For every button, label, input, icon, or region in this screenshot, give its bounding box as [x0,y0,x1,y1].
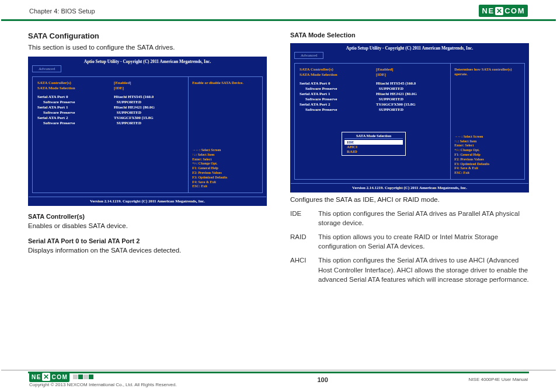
sata-config-title: SATA Configuration [28,32,267,40]
bios2-p2-label: Serial ATA Port 2 [300,102,376,107]
bios-tab-advanced-2: Advanced [294,52,323,59]
bios-port2-sw-label: Software Preserve [43,121,117,125]
bios-sata-controller-label: SATA Controller(s) [37,80,114,85]
bios2-mode-label: SATA Mode Selection [300,72,376,77]
bios-sata-controller-value: [Enabled] [114,80,183,85]
bios-port0-sw-value: SUPPORTED [117,100,183,104]
mode-ide-label: IDE [290,209,318,228]
bios-nav-hints-2: →←: Select Screen ↑↓: Select Item Enter:… [454,135,521,176]
bios-help-area-2: Determines how SATA controller(s) operat… [450,64,524,179]
bios-port0-sw-label: Software Preserve [43,100,117,104]
page-number: 100 [317,376,328,383]
sata-config-intro: This section is used to configure the SA… [28,43,267,52]
bios2-p2sw-label: Software Preserve [305,107,379,112]
bios-screenshot-mode-selection: Aptio Setup Utility - Copyright (C) 2011… [290,43,529,192]
footer-squares-icon [73,374,93,379]
bios-sata-mode-label: SATA Mode Selection [37,86,114,90]
bios-help-area: Enable or disable SATA Device. →←: Selec… [188,77,262,192]
page-content: SATA Configuration This section is used … [0,21,557,289]
bios2-p1-val: Hitachi HEJ421 (80.0G [376,92,445,96]
nexcom-footer-logo-icon: NE✕COM [29,372,69,382]
popup-option-raid: RAID [344,149,403,154]
popup-option-ahci: AHCI [344,145,403,149]
bios-port2-value: TS16GCFX500 (15.8G [114,116,183,120]
mode-ahci-label: AHCI [290,256,318,284]
mode-ide-row: IDE This option configures the Serial AT… [290,209,529,228]
nexcom-logo-icon: NE✕COM [479,5,528,17]
sata-controller-body: Enables or disables SATA device. [28,221,267,230]
manual-name: NISE 4000P4E User Manual [469,377,528,382]
bios-port0-label: Serial ATA Port 0 [37,94,114,99]
bios-settings-area: SATA Controller(s)[Enabled] SATA Mode Se… [33,77,188,192]
bios2-p1sw-val: SUPPORTED [379,97,445,102]
bios-port2-label: Serial ATA Port 2 [37,116,114,120]
bios-port2-sw-value: SUPPORTED [117,121,183,125]
bios-settings-area-2: SATA Controller(s)[Enabled] SATA Mode Se… [295,64,450,179]
bios-port1-value: Hitachi HEJ421 (80.0G [114,105,183,110]
popup-title: SATA Mode Selection [344,134,403,139]
left-column: SATA Configuration This section is used … [28,32,267,289]
bios-version: Version 2.14.1219. Copyright (C) 2011 Am… [29,197,266,205]
bios2-p2sw-val: SUPPORTED [379,107,445,112]
bios-help-text: Enable or disable SATA Device. [192,80,259,85]
mode-raid-row: RAID This option allows you to create RA… [290,232,529,251]
footer-logo: NE✕COM [29,372,177,382]
bios2-p0-label: Serial ATA Port 0 [300,81,376,86]
bios-nav-hints: →←: Select Screen ↑↓: Select Item Enter:… [192,148,259,189]
bios-sata-mode-value: [IDE] [114,86,183,90]
sata-controller-heading: SATA Controller(s) [28,213,267,220]
right-column: SATA Mode Selection Aptio Setup Utility … [290,32,529,289]
mode-selection-desc: Configures the SATA as IDE, AHCI or RAID… [290,195,529,204]
bios2-ctrl-val: [Enabled] [376,67,445,72]
popup-option-ide: IDE [344,140,403,145]
bios-title: Aptio Setup Utility - Copyright (C) 2011… [29,57,266,65]
brand-logo: NE✕COM [479,5,528,17]
bios-port1-label: Serial ATA Port 1 [37,105,114,110]
bios2-p0-val: Hitachi HTS545 (160.0 [376,81,445,86]
page-footer: NE✕COM Copyright © 2013 NEXCOM Internati… [1,370,556,387]
bios2-p2-val: TS16GCFX500 (15.8G [376,102,445,107]
bios-tabbar-2: Advanced [291,52,528,61]
bios2-p0sw-val: SUPPORTED [379,86,445,91]
bios2-p1-label: Serial ATA Port 1 [300,92,376,96]
bios-tab-advanced: Advanced [32,65,61,72]
bios-port1-sw-value: SUPPORTED [117,110,183,115]
sata-mode-selection-title: SATA Mode Selection [290,32,529,38]
mode-ide-text: This option configures the Serial ATA dr… [318,209,529,228]
mode-ahci-row: AHCI This option configures the Serial A… [290,256,529,284]
bios-screenshot-sata-config: Aptio Setup Utility - Copyright (C) 2011… [28,57,267,206]
bios-port1-sw-label: Software Preserve [43,110,117,115]
bios2-ctrl-label: SATA Controller(s) [300,67,376,72]
bios2-mode-val: [IDE] [376,72,445,77]
mode-ahci-text: This option configures the Serial ATA dr… [318,256,529,284]
bios2-p1sw-label: Software Preserve [305,97,379,102]
mode-raid-label: RAID [290,232,318,251]
copyright-text: Copyright © 2013 NEXCOM International Co… [29,382,177,387]
bios-port0-value: Hitachi HTS545 (160.0 [114,94,183,99]
serial-ata-ports-body: Displays information on the SATA devices… [28,246,267,255]
mode-raid-text: This option allows you to create RAID or… [318,232,529,251]
bios-help-text-2: Determines how SATA controller(s) operat… [454,67,521,76]
sata-mode-popup: SATA Mode Selection IDE AHCI RAID [342,132,406,156]
bios-title-2: Aptio Setup Utility - Copyright (C) 2011… [291,44,528,52]
bios2-p0sw-label: Software Preserve [305,86,379,91]
chapter-title: Chapter 4: BIOS Setup [29,8,95,15]
page-header: Chapter 4: BIOS Setup NE✕COM [1,0,556,21]
serial-ata-ports-heading: Serial ATA Port 0 to Serial ATA Port 2 [28,237,267,244]
bios-tabbar: Advanced [29,65,266,74]
bios-version-2: Version 2.14.1219. Copyright (C) 2011 Am… [291,183,528,192]
